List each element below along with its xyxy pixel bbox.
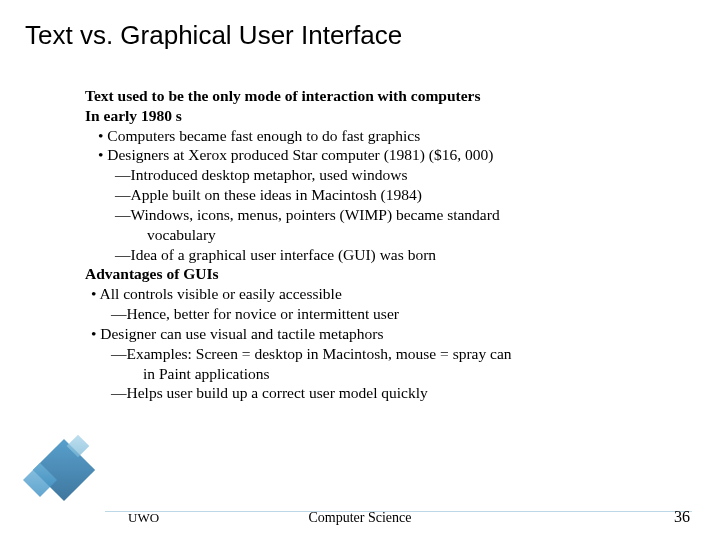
- page-number: 36: [674, 508, 690, 526]
- sub-wimp-cont: vocabulary: [85, 225, 690, 245]
- sub-examples-cont: in Paint applications: [85, 364, 690, 384]
- advantages-heading: Advantages of GUIs: [85, 264, 690, 284]
- sub-novice-user: —Hence, better for novice or intermitten…: [85, 304, 690, 324]
- intro-line-1: Text used to be the only mode of interac…: [85, 86, 690, 106]
- diamond-decoration-icon: [20, 440, 100, 500]
- slide-title: Text vs. Graphical User Interface: [0, 0, 720, 51]
- slide-footer: www.lloseng.com UWO Computer Science 36: [0, 460, 720, 540]
- sub-apple-macintosh: —Apple built on these ideas in Macintosh…: [85, 185, 690, 205]
- bullet-xerox-star: • Designers at Xerox produced Star compu…: [85, 145, 690, 165]
- sub-user-model: —Helps user build up a correct user mode…: [85, 383, 690, 403]
- sub-examples: —Examples: Screen = desktop in Macintosh…: [85, 344, 690, 364]
- bullet-controls-visible: • All controls visible or easily accessi…: [85, 284, 690, 304]
- footer-left: UWO: [128, 510, 159, 526]
- slide-body: Text used to be the only mode of interac…: [0, 51, 720, 403]
- intro-line-2: In early 1980 s: [85, 106, 690, 126]
- sub-gui-born: —Idea of a graphical user interface (GUI…: [85, 245, 690, 265]
- bullet-metaphors: • Designer can use visual and tactile me…: [85, 324, 690, 344]
- sub-wimp: —Windows, icons, menus, pointers (WIMP) …: [85, 205, 690, 225]
- bullet-computers-fast: • Computers became fast enough to do fas…: [85, 126, 690, 146]
- sub-desktop-metaphor: —Introduced desktop metaphor, used windo…: [85, 165, 690, 185]
- footer-center: Computer Science: [308, 510, 411, 526]
